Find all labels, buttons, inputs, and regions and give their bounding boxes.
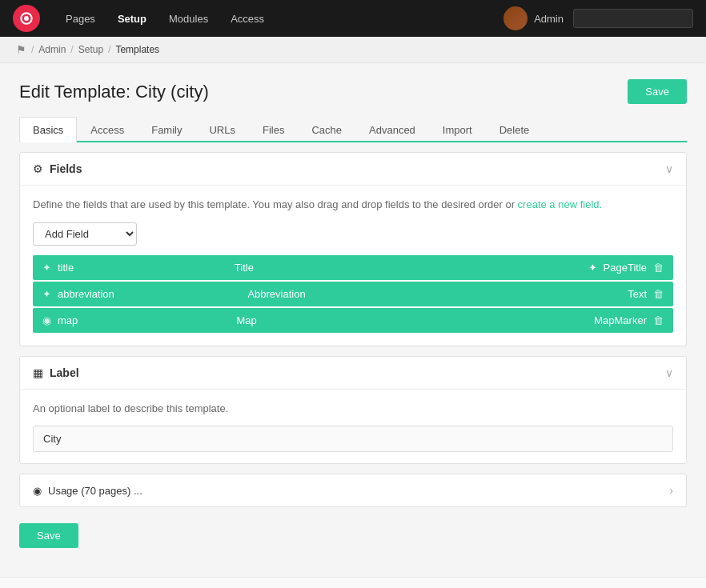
field-row-abbreviation[interactable]: ✦ abbreviation Abbreviation Text 🗑 [33,282,673,306]
fields-description: Define the fields that are used by this … [33,197,673,213]
admin-label: Admin [534,13,564,25]
field-type-title: ✦ PageTitle 🗑 [588,262,664,274]
fields-panel-body: Define the fields that are used by this … [20,186,686,346]
tab-basics[interactable]: Basics [19,117,77,142]
field-type-abbreviation: Text 🗑 [628,288,664,300]
fields-panel: ⚙ Fields ∨ Define the fields that are us… [19,152,687,346]
save-button-top[interactable]: Save [628,79,687,104]
field-delete-abbreviation[interactable]: 🗑 [653,288,664,300]
field-label-abbreviation: Abbreviation [247,288,628,300]
field-row-title[interactable]: ✦ title Title ✦ PageTitle 🗑 [33,255,673,280]
bottom-actions: Save [19,517,687,561]
chevron-down-icon: ∨ [665,162,673,175]
tab-family[interactable]: Family [138,117,195,142]
usage-icon: ◉ [33,485,42,497]
tab-urls[interactable]: URLs [195,117,249,142]
map-marker-icon: ◉ [42,314,51,326]
label-input[interactable] [33,426,673,452]
breadcrumb-icon: ⚑ [16,43,26,56]
page-title: Edit Template: City (city) [19,82,209,102]
nav-access[interactable]: Access [221,8,274,30]
field-type-map: MapMarker 🗑 [594,314,664,326]
create-field-link[interactable]: create a new field. [518,198,603,210]
tab-cache[interactable]: Cache [298,117,355,142]
label-panel: ▦ Label ∨ An optional label to describe … [19,356,687,465]
breadcrumb-admin[interactable]: Admin [38,44,66,55]
fields-panel-header[interactable]: ⚙ Fields ∨ [20,153,686,186]
usage-label: Usage (70 pages) ... [48,485,142,497]
drag-handle-icon: ✦ [42,262,51,274]
admin-menu[interactable]: Admin [503,6,564,30]
tab-access[interactable]: Access [77,117,138,142]
label-description: An optional label to describe this templ… [33,401,673,417]
label-panel-title: Label [50,366,79,379]
chevron-down-icon: ∨ [665,366,673,379]
tab-files[interactable]: Files [249,117,298,142]
nav-setup[interactable]: Setup [108,8,156,30]
tab-advanced[interactable]: Advanced [355,117,429,142]
label-panel-header[interactable]: ▦ Label ∨ [20,357,686,390]
svg-point-1 [24,16,29,21]
save-button-bottom[interactable]: Save [19,523,78,548]
page-title-icon: ✦ [588,262,597,274]
logo[interactable] [13,5,40,32]
fields-icon: ⚙ [33,162,43,175]
usage-panel: ◉ Usage (70 pages) ... › [19,474,687,507]
fields-panel-title: Fields [50,162,82,175]
add-field-select[interactable]: Add Field [33,222,137,246]
field-name-map: map [58,314,236,326]
nav-right: Admin [503,6,693,30]
tab-import[interactable]: Import [429,117,486,142]
tab-bar: Basics Access Family URLs Files Cache Ad… [19,117,687,142]
field-label-map: Map [236,314,594,326]
footer: ProcessWire 3.0.85 © 2018 [0,577,706,588]
fields-table: ✦ title Title ✦ PageTitle 🗑 ✦ abbreviati… [33,255,673,333]
chevron-right-icon: › [669,484,673,497]
page-header: Edit Template: City (city) Save [19,79,687,104]
avatar [503,6,527,30]
nav-modules[interactable]: Modules [159,8,218,30]
label-panel-body: An optional label to describe this templ… [20,390,686,464]
breadcrumb-setup[interactable]: Setup [78,44,103,55]
top-navigation: Pages Setup Modules Access Admin [0,0,706,37]
nav-pages[interactable]: Pages [56,8,105,30]
breadcrumb: ⚑ / Admin / Setup / Templates [0,37,706,63]
search-input[interactable] [573,9,693,28]
label-section-icon: ▦ [33,366,43,379]
field-name-title: title [58,262,235,274]
field-label-title: Title [235,262,588,274]
nav-links: Pages Setup Modules Access [56,8,503,30]
field-row-map[interactable]: ◉ map Map MapMarker 🗑 [33,308,673,333]
breadcrumb-current: Templates [115,44,159,55]
field-delete-map[interactable]: 🗑 [653,314,664,326]
drag-handle-icon: ✦ [42,288,51,300]
field-delete-title[interactable]: 🗑 [653,262,664,274]
tab-delete[interactable]: Delete [486,117,544,142]
usage-panel-header[interactable]: ◉ Usage (70 pages) ... › [20,474,686,506]
page-content: Edit Template: City (city) Save Basics A… [0,63,706,577]
field-name-abbreviation: abbreviation [58,288,247,300]
